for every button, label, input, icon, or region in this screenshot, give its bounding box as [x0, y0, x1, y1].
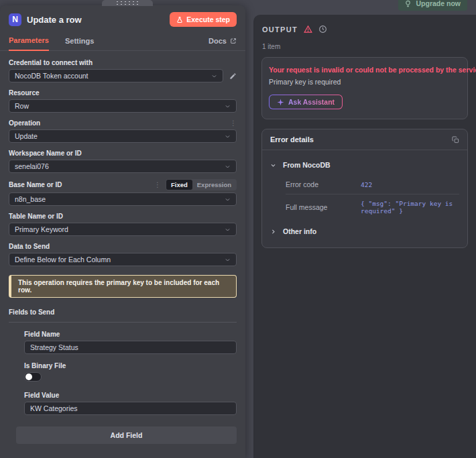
param-operation: Operation ⋮ Update [9, 119, 237, 143]
error-code-value: 422 [361, 181, 372, 188]
operation-label: Operation [9, 119, 40, 127]
error-description: Primary key is required [269, 78, 461, 86]
copy-icon[interactable] [452, 136, 459, 144]
docs-label: Docs [209, 37, 227, 45]
external-link-icon [230, 38, 237, 44]
operation-select[interactable]: Update [9, 129, 237, 143]
error-details-body: From NocoDB Error code 422 Full message … [262, 150, 467, 247]
node-title: Update a row [27, 15, 82, 25]
error-details-title: Error details [270, 135, 314, 144]
chevron-down-icon [270, 162, 276, 168]
full-message-label: Full message [286, 203, 361, 211]
data-to-send-label: Data to Send [9, 242, 50, 251]
operation-value: Update [15, 132, 38, 140]
field-value-group: Field Value [24, 391, 237, 415]
param-table: Table Name or ID Primary Keyword [9, 212, 237, 236]
upgrade-now-button[interactable]: Upgrade now [398, 0, 467, 11]
fixed-expression-toggle: Fixed Expression [166, 179, 237, 190]
error-details-header: Error details [262, 129, 467, 150]
flask-icon [176, 16, 183, 23]
data-to-send-value: Define Below for Each Column [15, 255, 111, 264]
other-info-accordion[interactable]: Other info [270, 224, 459, 239]
param-resource: Resource Row [9, 89, 237, 113]
fields-to-send-label: Fields to Send [9, 308, 54, 316]
error-details-box: Error details From NocoDB Error code 422… [261, 129, 468, 248]
tab-parameters[interactable]: Parameters [9, 32, 49, 51]
table-label: Table Name or ID [9, 212, 63, 221]
is-binary-label: Is Binary File [24, 361, 66, 370]
table-value: Primary Keyword [15, 225, 68, 233]
output-panel: OUTPUT 1 item Your request is invalid or… [253, 15, 476, 458]
ask-assistant-label: Ask Assistant [288, 98, 335, 106]
field-value-input[interactable] [24, 402, 237, 415]
other-info-label: Other info [283, 227, 316, 235]
chevron-down-icon [211, 73, 217, 79]
from-nocodb-accordion[interactable]: From NocoDB [270, 158, 459, 172]
ask-assistant-button[interactable]: Ask Assistant [269, 95, 343, 109]
chevron-down-icon [225, 196, 231, 203]
credential-value: NocoDB Token account [15, 72, 88, 80]
param-data-to-send: Data to Send Define Below for Each Colum… [9, 242, 237, 266]
upgrade-now-label: Upgrade now [416, 0, 461, 7]
base-value: n8n_base [15, 195, 46, 203]
options-kebab-icon[interactable]: ⋮ [154, 182, 161, 188]
error-message-box: Your request is invalid or could not be … [261, 57, 468, 119]
docs-link[interactable]: Docs [209, 37, 237, 50]
resource-label: Resource [9, 89, 40, 97]
output-item-count: 1 item [253, 34, 476, 50]
resource-select[interactable]: Row [9, 99, 237, 113]
credential-label: Credential to connect with [9, 58, 93, 67]
warning-triangle-icon [304, 25, 312, 34]
primary-key-notice: This operation requires the primary key … [9, 275, 237, 298]
base-select[interactable]: n8n_base [9, 192, 237, 206]
full-message-value: { "msg": "Primary key is required" } [361, 200, 459, 215]
resource-value: Row [15, 102, 29, 110]
field-name-group: Field Name [24, 330, 237, 354]
node-settings-panel: N Update a row Execute step Parameters S… [0, 5, 245, 458]
fields-collection: Field Name Is Binary File Field Value Ad… [16, 330, 237, 444]
fields-to-send-section: Fields to Send Field Name Is Binary File… [9, 305, 237, 444]
fixed-segment[interactable]: Fixed [166, 180, 192, 190]
error-title: Your request is invalid or could not be … [269, 66, 461, 74]
options-kebab-icon[interactable]: ⋮ [230, 120, 237, 127]
from-nocodb-label: From NocoDB [283, 161, 331, 169]
error-detail-rows: Error code 422 Full message { "msg": "Pr… [286, 175, 459, 220]
workspace-select[interactable]: senelai076 [9, 160, 237, 173]
nocodb-logo-icon: N [9, 13, 21, 26]
expression-segment[interactable]: Expression [192, 180, 236, 190]
chevron-down-icon [225, 103, 231, 109]
param-credential: Credential to connect with NocoDB Token … [9, 58, 237, 82]
is-binary-group: Is Binary File [24, 361, 237, 382]
toggle-knob [25, 374, 32, 380]
chevron-down-icon [225, 164, 231, 170]
error-code-label: Error code [286, 180, 361, 188]
output-title: OUTPUT [262, 25, 298, 34]
output-header: OUTPUT [253, 15, 476, 34]
chevron-down-icon [225, 133, 231, 139]
field-name-input[interactable] [24, 341, 237, 354]
field-name-label: Field Name [24, 330, 60, 339]
lightbulb-icon [404, 0, 412, 7]
chevron-down-icon [225, 257, 231, 263]
add-field-button[interactable]: Add Field [16, 426, 237, 444]
data-to-send-select[interactable]: Define Below for Each Column [9, 253, 237, 266]
workspace-value: senelai076 [15, 162, 49, 170]
execute-step-button[interactable]: Execute step [170, 12, 237, 27]
credential-select[interactable]: NocoDB Token account [9, 69, 223, 82]
full-message-row: Full message { "msg": "Primary key is re… [286, 194, 459, 220]
tab-settings[interactable]: Settings [65, 33, 94, 50]
parameters-form: Credential to connect with NocoDB Token … [0, 51, 245, 444]
drag-dots-icon [117, 1, 138, 5]
panel-drag-handle[interactable] [102, 0, 153, 6]
execution-time-icon[interactable] [318, 25, 327, 34]
tabs-bar: Parameters Settings Docs [0, 30, 245, 51]
node-header: N Update a row Execute step [0, 5, 245, 30]
is-binary-toggle[interactable] [24, 372, 42, 382]
section-divider [9, 322, 237, 323]
base-label: Base Name or ID [9, 180, 62, 189]
error-code-row: Error code 422 [286, 175, 459, 194]
workspace-label: Workspace Name or ID [9, 149, 82, 158]
table-select[interactable]: Primary Keyword [9, 223, 237, 236]
edit-credential-icon[interactable] [229, 72, 237, 80]
sparkle-icon [277, 99, 284, 106]
